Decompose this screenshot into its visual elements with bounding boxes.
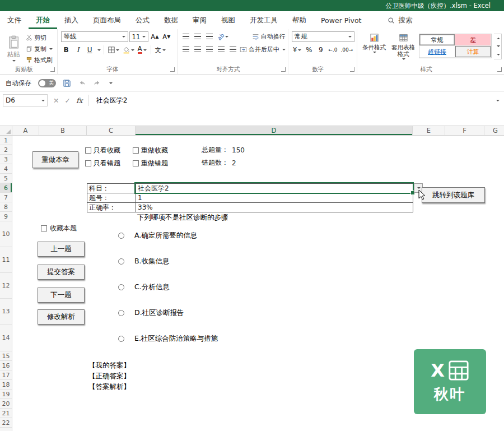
jump-to-bank-button[interactable]: 跳转到该题库 (422, 187, 485, 203)
undo-icon[interactable] (78, 79, 86, 87)
grow-font-button[interactable]: A▲ (150, 32, 160, 42)
ribbon-tab-0[interactable]: 文件 (0, 11, 29, 29)
checkbox-box-icon[interactable] (133, 160, 139, 166)
cut-button[interactable]: 剪切 (26, 33, 53, 42)
row-header-18[interactable]: 18 (0, 380, 12, 390)
column-header-B[interactable]: B (39, 126, 87, 135)
percent-style-button[interactable]: % (304, 45, 314, 55)
row-header-13[interactable]: 13 (0, 299, 12, 325)
ribbon-tab-2[interactable]: 插入 (57, 11, 86, 29)
italic-button[interactable]: I (73, 45, 83, 55)
decrease-indent-button[interactable] (216, 44, 227, 54)
save-icon[interactable] (63, 79, 71, 87)
decrease-decimal-button[interactable]: .00→ (339, 45, 354, 55)
font-name-combo[interactable]: 等线 (61, 31, 128, 42)
ribbon-tab-5[interactable]: 数据 (157, 11, 185, 29)
nav-button-3[interactable]: 修改解析 (38, 309, 85, 325)
row-header-9[interactable]: 9 (0, 212, 12, 221)
ribbon-tab-10[interactable]: Power Pivot (314, 11, 368, 29)
ribbon-tab-8[interactable]: 开发工具 (242, 11, 285, 29)
ribbon-tab-3[interactable]: 页面布局 (86, 11, 128, 29)
styles-dialog-launcher[interactable] (497, 67, 502, 72)
phonetic-guide-button[interactable]: 文 (154, 45, 167, 55)
search-box[interactable]: 搜索 (388, 11, 412, 29)
nav-button-0[interactable]: 上一题 (38, 242, 85, 257)
orientation-button[interactable]: ab (216, 31, 230, 41)
checkbox-box-icon[interactable] (85, 147, 91, 154)
redo-chapter-button[interactable]: 重做本章 (32, 151, 78, 168)
subject-label-cell[interactable]: 科目： (87, 184, 136, 193)
align-left-button[interactable] (181, 44, 192, 54)
ribbon-tab-7[interactable]: 视图 (214, 11, 242, 29)
row-header-7[interactable]: 7 (0, 193, 12, 202)
row-header-2[interactable]: 2 (0, 145, 12, 155)
row-header-12[interactable]: 12 (0, 273, 12, 299)
format-painter-button[interactable]: 格式刷 (26, 55, 53, 64)
row-header-1[interactable]: 1 (0, 136, 12, 145)
gallery-scroll-buttons[interactable] (494, 34, 502, 59)
qat-customize-icon[interactable] (109, 82, 113, 84)
middle-align-button[interactable] (193, 31, 203, 41)
copy-button[interactable]: 复制 (26, 44, 53, 53)
conditional-formatting-button[interactable]: 条件格式 (361, 31, 388, 66)
option-radio-3[interactable] (118, 310, 124, 316)
number-format-combo[interactable]: 常规 (292, 31, 354, 42)
row-header-3[interactable]: 3 (0, 155, 12, 164)
clipboard-dialog-launcher[interactable] (50, 67, 55, 72)
ribbon-tab-4[interactable]: 公式 (128, 11, 157, 29)
align-right-button[interactable] (204, 44, 215, 54)
comma-style-button[interactable]: 9 (315, 45, 326, 55)
row-header-11[interactable]: 11 (0, 247, 12, 273)
question-number-label-cell[interactable]: 题号： (87, 193, 136, 203)
row-header-6[interactable]: 6 (0, 183, 12, 193)
bottom-align-button[interactable] (204, 31, 215, 41)
row-header-10[interactable]: 10 (0, 221, 12, 247)
favorite-checkbox[interactable]: 收藏本题 (41, 224, 77, 233)
increase-indent-button[interactable] (228, 44, 239, 54)
accuracy-label-cell[interactable]: 正确率： (87, 203, 136, 212)
nav-button-1[interactable]: 提交答案 (38, 265, 85, 280)
shrink-font-button[interactable]: A▼ (161, 32, 172, 42)
formula-content[interactable]: 社会医学2 (89, 96, 495, 105)
option-radio-4[interactable] (118, 336, 124, 342)
row-header-8[interactable]: 8 (0, 202, 12, 212)
accuracy-value-cell[interactable]: 33% (136, 203, 413, 212)
ribbon-tab-6[interactable]: 审阅 (185, 11, 214, 29)
formula-bar-expand-icon[interactable] (496, 100, 500, 101)
increase-decimal-button[interactable]: ←.0 (327, 45, 338, 55)
insert-function-icon[interactable]: fx (76, 96, 83, 105)
bold-button[interactable]: B (61, 45, 72, 55)
filter-checkbox-2[interactable]: 重做收藏 (133, 146, 168, 154)
fill-color-button[interactable] (122, 45, 136, 55)
row-header-5[interactable]: 5 (0, 174, 12, 183)
cell-style-calc[interactable]: 计算 (455, 46, 491, 58)
format-as-table-button[interactable]: 套用表格格式 (390, 31, 417, 66)
enter-icon[interactable]: ✓ (64, 96, 70, 105)
filter-checkbox-3[interactable]: 重做错题 (133, 159, 168, 167)
option-radio-1[interactable] (118, 258, 124, 265)
row-header-4[interactable]: 4 (0, 164, 12, 174)
row-header-22[interactable]: 22 (0, 418, 12, 428)
checkbox-box-icon[interactable] (133, 147, 139, 154)
option-radio-0[interactable] (118, 233, 124, 239)
autosave-toggle[interactable]: 关 (38, 79, 56, 87)
checkbox-box-icon[interactable] (41, 225, 47, 231)
select-all-corner[interactable] (0, 126, 12, 135)
top-align-button[interactable] (181, 31, 192, 41)
question-number-value-cell[interactable]: 1 (136, 193, 413, 203)
wrap-text-button[interactable]: 自动换行 (252, 33, 286, 41)
cell-style-normal[interactable]: 常规 (419, 34, 455, 46)
column-header-A[interactable]: A (12, 126, 39, 135)
cell-style-link[interactable]: 超链接 (419, 46, 455, 58)
column-header-G[interactable]: G (484, 126, 504, 135)
alignment-dialog-launcher[interactable] (281, 67, 286, 72)
font-color-button[interactable]: A (137, 45, 148, 55)
nav-button-2[interactable]: 下一题 (38, 288, 85, 303)
row-header-17[interactable]: 17 (0, 370, 12, 380)
checkbox-box-icon[interactable] (85, 160, 91, 166)
name-box[interactable]: D6 (3, 94, 48, 106)
merge-center-button[interactable]: 合并后居中 (240, 45, 286, 54)
filter-checkbox-0[interactable]: 只看收藏 (85, 146, 120, 154)
underline-button[interactable]: U (85, 45, 95, 55)
redo-icon[interactable] (93, 79, 101, 87)
